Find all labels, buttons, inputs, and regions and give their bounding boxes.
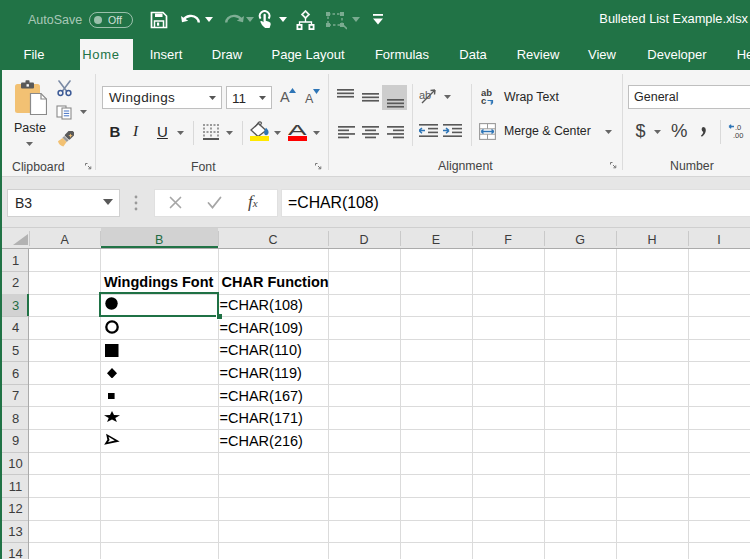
svg-text:.00: .00 xyxy=(733,131,743,139)
svg-text:c: c xyxy=(481,95,486,105)
